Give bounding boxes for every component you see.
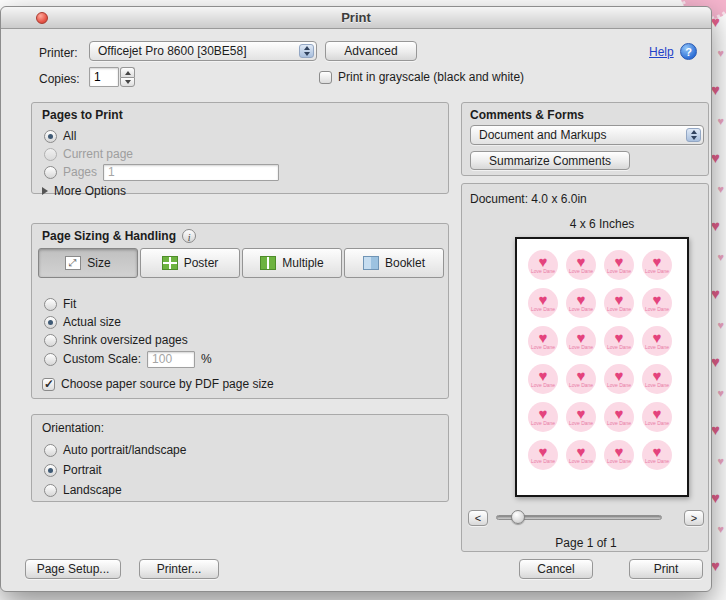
heart-decoration-icon: [711, 422, 720, 437]
sticker-label: Love Dane: [607, 458, 631, 464]
size-mode-button[interactable]: Size: [38, 248, 138, 278]
pages-to-print-group: Pages to Print All Current page Pages Mo…: [31, 102, 449, 194]
radio-landscape[interactable]: [44, 484, 57, 497]
sticker-label: Love Dane: [645, 268, 669, 274]
grayscale-row[interactable]: Print in grayscale (black and white): [319, 69, 524, 85]
radio-actual-size[interactable]: [44, 316, 57, 329]
radio-all[interactable]: [44, 130, 57, 143]
sticker: Love Dane: [528, 326, 558, 356]
help-icon[interactable]: [680, 43, 697, 60]
help-link[interactable]: Help: [649, 45, 674, 59]
radio-row-all[interactable]: All: [44, 128, 76, 144]
pages-range-input[interactable]: [103, 164, 279, 181]
sticker-label: Love Dane: [531, 306, 555, 312]
heart-decoration-icon: [711, 286, 720, 301]
radio-landscape-label: Landscape: [63, 483, 122, 497]
advanced-button[interactable]: Advanced: [325, 41, 417, 61]
sticker: Love Dane: [566, 288, 596, 318]
dropdown-arrows-icon: [299, 44, 314, 58]
heart-decoration-icon: [717, 116, 724, 127]
sticker: Love Dane: [566, 326, 596, 356]
paper-source-checkbox[interactable]: [42, 378, 55, 391]
paper-source-row[interactable]: Choose paper source by PDF page size: [42, 376, 274, 392]
grayscale-checkbox[interactable]: [319, 71, 332, 84]
comments-forms-dropdown[interactable]: Document and Markups: [470, 125, 704, 145]
radio-row-custom-scale[interactable]: Custom Scale: %: [44, 351, 212, 367]
radio-all-label: All: [63, 129, 76, 143]
heart-decoration-icon: [717, 524, 724, 535]
radio-row-fit[interactable]: Fit: [44, 296, 76, 312]
poster-mode-button[interactable]: Poster: [140, 248, 240, 278]
sticker: Love Dane: [528, 440, 558, 470]
stepper-down-icon[interactable]: [120, 77, 135, 87]
page-preview: Love DaneLove DaneLove DaneLove DaneLove…: [515, 237, 689, 497]
title-bar[interactable]: Print: [1, 7, 711, 29]
radio-portrait[interactable]: [44, 464, 57, 477]
radio-current-page[interactable]: [44, 148, 57, 161]
more-options-label: More Options: [54, 184, 126, 198]
sticker: Love Dane: [528, 364, 558, 394]
multiple-mode-label: Multiple: [282, 256, 323, 270]
poster-mode-label: Poster: [184, 256, 219, 270]
copies-input[interactable]: [89, 67, 119, 87]
sticker: Love Dane: [642, 440, 672, 470]
heart-decoration-icon: [717, 388, 724, 399]
printer-dropdown[interactable]: Officejet Pro 8600 [30BE58]: [89, 41, 317, 61]
paper-size-label: 4 x 6 Inches: [515, 217, 689, 231]
summarize-comments-button[interactable]: Summarize Comments: [470, 151, 630, 170]
info-icon[interactable]: [182, 229, 196, 243]
sticker: Love Dane: [642, 402, 672, 432]
comments-forms-title: Comments & Forms: [470, 108, 584, 122]
custom-scale-input[interactable]: [147, 351, 195, 368]
multiple-mode-button[interactable]: Multiple: [242, 248, 342, 278]
copies-stepper[interactable]: [120, 67, 135, 87]
radio-row-actual-size[interactable]: Actual size: [44, 314, 121, 330]
page-info: Page 1 of 1: [462, 536, 710, 550]
sticker-label: Love Dane: [569, 306, 593, 312]
radio-fit[interactable]: [44, 298, 57, 311]
sticker-label: Love Dane: [531, 344, 555, 350]
radio-auto-orientation[interactable]: [44, 444, 57, 457]
radio-portrait-label: Portrait: [63, 463, 102, 477]
radio-shrink[interactable]: [44, 334, 57, 347]
preview-zoom-slider[interactable]: [496, 515, 662, 520]
booklet-icon: [363, 256, 379, 270]
previous-page-button[interactable]: <: [468, 510, 488, 526]
copies-label: Copies:: [39, 72, 80, 86]
sticker-label: Love Dane: [531, 268, 555, 274]
radio-row-auto-orientation[interactable]: Auto portrait/landscape: [44, 442, 186, 458]
heart-decoration-icon: [711, 354, 720, 369]
sticker-label: Love Dane: [569, 344, 593, 350]
page-sizing-title: Page Sizing & Handling: [42, 229, 176, 243]
cancel-button[interactable]: Cancel: [519, 559, 593, 579]
radio-fit-label: Fit: [63, 297, 76, 311]
stepper-up-icon[interactable]: [120, 67, 135, 77]
sticker-label: Love Dane: [607, 268, 631, 274]
more-options-row[interactable]: More Options: [42, 183, 126, 199]
comments-forms-group: Comments & Forms Document and Markups Su…: [461, 102, 709, 176]
heart-decoration-icon: [717, 252, 724, 263]
comments-forms-value: Document and Markups: [479, 128, 606, 142]
disclosure-triangle-icon[interactable]: [42, 187, 48, 195]
sticker-grid: Love DaneLove DaneLove DaneLove DaneLove…: [524, 246, 676, 474]
close-button[interactable]: [36, 12, 48, 24]
radio-row-pages[interactable]: Pages: [44, 164, 279, 180]
multiple-icon: [260, 256, 276, 270]
radio-row-landscape[interactable]: Landscape: [44, 482, 122, 498]
radio-row-shrink[interactable]: Shrink oversized pages: [44, 332, 188, 348]
print-button[interactable]: Print: [629, 559, 703, 579]
printer-button[interactable]: Printer...: [139, 559, 219, 579]
page-setup-button[interactable]: Page Setup...: [25, 559, 121, 579]
radio-custom-scale[interactable]: [44, 353, 57, 366]
radio-shrink-label: Shrink oversized pages: [63, 333, 188, 347]
sticker: Love Dane: [642, 288, 672, 318]
radio-pages[interactable]: [44, 166, 57, 179]
radio-auto-orientation-label: Auto portrait/landscape: [63, 443, 186, 457]
booklet-mode-button[interactable]: Booklet: [344, 248, 444, 278]
heart-decoration-icon: [711, 218, 720, 233]
next-page-button[interactable]: >: [684, 510, 704, 526]
radio-row-current-page[interactable]: Current page: [44, 146, 133, 162]
dropdown-arrows-icon: [686, 128, 701, 142]
radio-row-portrait[interactable]: Portrait: [44, 462, 102, 478]
slider-thumb[interactable]: [511, 510, 525, 524]
